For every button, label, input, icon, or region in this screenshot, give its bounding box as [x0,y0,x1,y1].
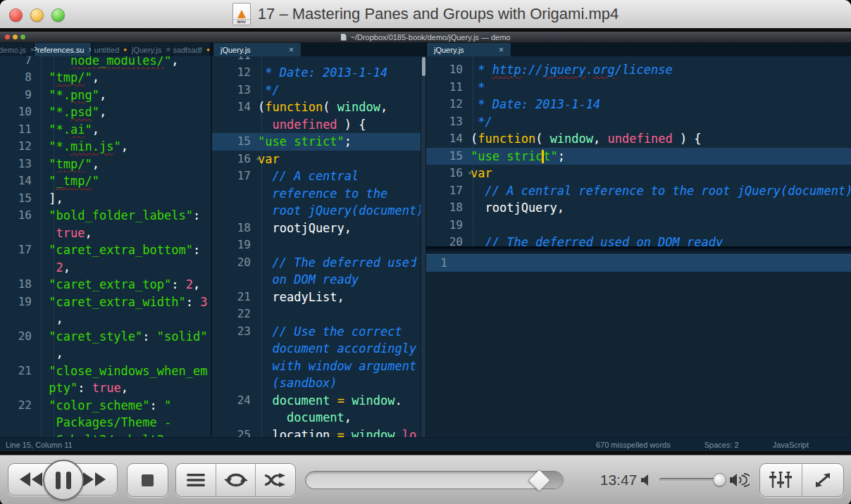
code-line[interactable]: Cobalt2/cobalt2. [0,431,211,438]
code-line[interactable]: 18 rootjQuery, [426,199,851,217]
shuffle-button[interactable] [255,464,295,496]
code-line[interactable]: 20 "caret_style": "solid" [0,328,211,346]
tab-close-icon[interactable]: × [289,46,294,54]
code-line[interactable]: root jQuery(document) [212,202,421,220]
code-line[interactable]: 22 "color_scheme": " [0,397,211,415]
code-line[interactable]: 18 rootjQuery, [212,220,421,237]
volume-min-icon[interactable] [641,474,651,486]
code-line[interactable]: 14(function( window, undefined ) { [426,130,851,148]
code-line[interactable]: 21 readyList, [212,289,421,306]
code-line[interactable]: document, [212,409,421,427]
code-line[interactable]: 11 * [426,79,851,96]
code-line[interactable]: 15"use strict"; [426,148,851,165]
code-line[interactable]: 10 "*.psd", [0,103,211,121]
code-line[interactable]: 11 * [212,56,421,64]
tab-close-icon[interactable]: × [499,46,504,54]
pane-jquery-middle[interactable]: 11 *12 * Date: 2013-1-1413 */14(function… [212,56,421,437]
code-line[interactable]: 9 "*.png", [0,87,211,104]
code-line[interactable]: 19 [212,237,421,254]
playlist-button[interactable] [176,464,216,496]
code-line[interactable]: 1 [426,254,851,272]
code-line[interactable]: on DOM ready [212,271,421,289]
code-line[interactable]: document accordingly [212,340,421,358]
tab-jQuery.js[interactable]: jQuery.js× [130,43,173,56]
code-line[interactable]: 24 document = window. [212,392,421,410]
code-line[interactable]: 11 "*.ai", [0,121,211,139]
code-line[interactable]: 12 "*.min.js", [0,138,211,156]
rewind-button[interactable] [18,472,44,486]
code-line[interactable]: (sandbox) [212,374,421,392]
code-line[interactable]: 12 * Date: 2013-1-14 [212,64,421,82]
code-line[interactable]: 25 location = window.lo [212,427,421,438]
tab-demo.js[interactable]: demo.js× [0,43,35,56]
line-number: 13 [426,113,463,131]
syntax-setting[interactable]: JavaScript [773,441,809,449]
code-line[interactable]: 21 "close_windows_when_em [0,363,211,380]
pane-settings[interactable]: 7 node_modules/",8 "tmp/",9 "*.png",10 "… [0,56,211,437]
code-line[interactable]: 15 ], [0,190,211,208]
code-line[interactable]: 22 [212,305,421,323]
code-line[interactable]: 7 node_modules/", [0,56,211,69]
code-line[interactable]: 14 "_tmp/" [0,172,211,190]
equalizer-button[interactable] [760,464,802,496]
tab-sadfsadf[interactable]: sadfsadf● [173,43,211,56]
code-line[interactable]: 12 * Date: 2013-1-14 [426,96,851,113]
code-line[interactable]: Packages/Theme - [0,414,211,431]
code-text: * http://jquery.org/license [463,61,851,79]
line-number: 15 [212,133,251,151]
code-line[interactable]: 20 // The deferred used on DOM ready [426,234,851,246]
code-line[interactable]: true, [0,225,211,242]
code-line[interactable]: 19 [426,217,851,234]
code-line[interactable]: 23 // Use the correct [212,323,421,341]
code-line[interactable]: 13 "tmp/", [0,156,211,173]
code-line[interactable]: 8 "tmp/", [0,69,211,87]
code-line[interactable]: with window argument [212,358,421,375]
tab-close-icon[interactable]: × [166,46,170,54]
code-line[interactable]: , [0,345,211,363]
pane-divider-horizontal[interactable] [426,246,851,254]
code-line[interactable]: 16▾var [426,165,851,182]
code-line[interactable]: reference to the [212,185,421,203]
fast-forward-button[interactable] [82,472,107,486]
line-number: 13 [212,82,251,99]
code-line[interactable]: 16 "bold_folder_labels": [0,207,211,225]
fold-arrow-icon[interactable]: ▾ [256,151,260,168]
code-line[interactable]: 15"use strict"; [212,133,421,151]
code-line[interactable]: pty": true, [0,379,211,397]
pane-empty-bottom[interactable]: 1 [426,254,851,437]
code-line[interactable]: , [0,310,211,328]
line-number: 19 [0,294,32,311]
code-line[interactable]: 10 * http://jquery.org/license [426,61,851,79]
pane-jquery-right[interactable]: 10 * http://jquery.org/license11 *12 * D… [426,56,851,437]
pane-jquery-right-top[interactable]: 10 * http://jquery.org/license11 *12 * D… [426,56,851,246]
code-line[interactable]: 13 */ [426,113,851,131]
code-line[interactable]: 19 "caret_extra_width": 3 [0,294,211,311]
code-line[interactable]: 17 "caret_extra_bottom": [0,241,211,259]
volume-handle[interactable] [713,473,726,486]
video-frame[interactable]: ~/Dropbox/0185-book/demo/jQuery.js — dem… [0,28,851,455]
tab-untitled[interactable]: untitled● [92,43,130,56]
code-line[interactable]: undefined ) { [212,116,421,134]
pause-button[interactable] [43,460,84,500]
indent-setting[interactable]: Spaces: 2 [704,441,739,449]
loop-button[interactable] [216,464,256,496]
code-line[interactable]: 16▾var [212,151,421,168]
code-text: document accordingly [251,340,421,358]
code-line[interactable]: 13 */ [212,82,421,99]
code-line[interactable]: 20 // The deferred used [212,254,421,272]
tab-Preferences.su[interactable]: Preferences.su× [35,43,92,56]
code-line[interactable]: 18 "caret_extra_top": 2, [0,276,211,294]
fullscreen-button[interactable] [802,464,844,496]
tab-jQuery.js[interactable]: jQuery.js× [427,43,511,56]
code-text: reference to the [251,185,421,203]
code-line[interactable]: 17 // A central [212,168,421,185]
stop-button[interactable] [127,463,168,497]
volume-max-icon[interactable] [730,473,750,487]
fold-arrow-icon[interactable]: ▾ [468,165,472,182]
seek-slider[interactable] [305,471,564,489]
time-display[interactable]: 13:47 [589,455,648,504]
code-line[interactable]: 2, [0,259,211,277]
code-line[interactable]: 14(function( window, [212,99,421,116]
tab-jQuery.js[interactable]: jQuery.js× [213,43,302,56]
code-line[interactable]: 17 // A central reference to the root jQ… [426,182,851,200]
